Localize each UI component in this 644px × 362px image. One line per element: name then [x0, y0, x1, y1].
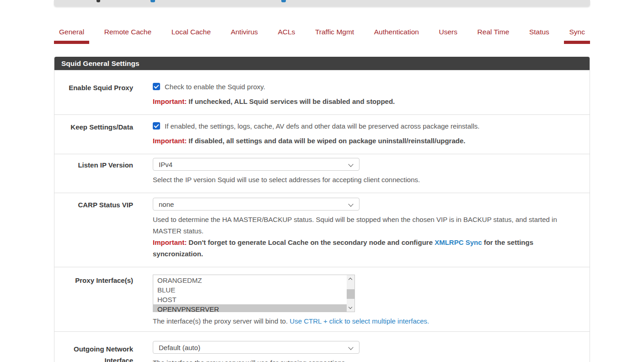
field-help: The interface(s) the proxy server will b…	[153, 315, 583, 327]
scroll-up-button[interactable]	[347, 275, 354, 283]
listbox-option-openvpnserver[interactable]: OPENVPNSERVER	[153, 304, 347, 312]
important-note: Important: If disabled, all settings and…	[153, 136, 583, 146]
form-row-proxy-interfaces: Proxy Interface(s) ORANGEDMZ BLUE HOST O…	[54, 267, 590, 331]
field-label: Proxy Interface(s)	[61, 275, 133, 327]
chevron-down-icon	[349, 305, 352, 309]
field-help: Select the IP version Squid will use to …	[153, 174, 583, 185]
tab-sync[interactable]: Sync	[564, 28, 590, 44]
field-label: Outgoing Network Interface	[61, 341, 133, 362]
tab-antivirus[interactable]: Antivirus	[225, 28, 263, 44]
field-label: Keep Settings/Data	[61, 121, 133, 146]
chevron-down-icon	[348, 345, 353, 350]
field-label: Listen IP Version	[61, 158, 133, 185]
listbox-option-orangedmz[interactable]: ORANGEDMZ	[153, 276, 347, 285]
form-row-carp-status-vip: CARP Status VIP none Used to determine t…	[54, 193, 590, 267]
listbox-option-host[interactable]: HOST	[153, 295, 347, 304]
tab-acls[interactable]: ACLs	[273, 28, 300, 44]
form-row-outgoing-network-interface: Outgoing Network Interface Default (auto…	[54, 331, 590, 362]
squid-general-settings-panel: Squid General Settings Enable Squid Prox…	[54, 57, 590, 362]
tab-status[interactable]: Status	[524, 28, 554, 44]
panel-title: Squid General Settings	[54, 57, 590, 70]
tab-bar: General Remote Cache Local Cache Antivir…	[54, 6, 590, 44]
keep-settings-data-checkbox[interactable]	[153, 122, 160, 130]
scroll-down-button[interactable]	[347, 304, 354, 312]
chevron-down-icon	[348, 162, 353, 167]
proxy-interfaces-listbox[interactable]: ORANGEDMZ BLUE HOST OPENVPNSERVER	[153, 275, 355, 312]
checkbox-description: Check to enable the Squid proxy.	[165, 82, 265, 92]
important-note: Important: Don't forget to generate Loca…	[153, 237, 583, 259]
field-label: Enable Squid Proxy	[61, 82, 133, 106]
outgoing-network-interface-select[interactable]: Default (auto)	[153, 341, 360, 354]
important-note: Important: If unchecked, ALL Squid servi…	[153, 97, 583, 106]
tab-local-cache[interactable]: Local Cache	[166, 28, 216, 44]
form-row-enable-squid-proxy: Enable Squid Proxy Check to enable the S…	[54, 70, 590, 114]
form-row-listen-ip-version: Listen IP Version IPv4 Select the IP ver…	[54, 154, 590, 193]
tab-real-time[interactable]: Real Time	[472, 28, 515, 44]
tab-traffic-mgmt[interactable]: Traffic Mgmt	[310, 28, 359, 44]
carp-status-vip-select[interactable]: none	[153, 198, 360, 211]
tab-users[interactable]: Users	[434, 28, 462, 44]
field-label: CARP Status VIP	[61, 198, 133, 259]
chevron-down-icon	[348, 201, 353, 206]
field-help: Used to determine the HA MASTER/BACKUP s…	[153, 214, 583, 237]
action-icon[interactable]	[150, 0, 155, 2]
listbox-scrollbar[interactable]	[347, 275, 354, 312]
checkbox-description: If enabled, the settings, logs, cache, A…	[165, 121, 479, 131]
status-icon	[97, 0, 100, 2]
listen-ip-version-select[interactable]: IPv4	[153, 158, 360, 171]
breadcrumb-actions-bar	[54, 0, 590, 6]
xmlrpc-sync-link[interactable]: XMLRPC Sync	[435, 238, 482, 246]
tab-remote-cache[interactable]: Remote Cache	[99, 28, 156, 44]
field-help: The interface the proxy server will use …	[153, 357, 583, 362]
tab-general[interactable]: General	[54, 28, 89, 44]
scrollbar-thumb[interactable]	[347, 289, 354, 299]
ctrl-click-hint-link[interactable]: Use CTRL + click to select multiple inte…	[290, 317, 429, 325]
chevron-up-icon	[349, 278, 352, 281]
enable-squid-proxy-checkbox[interactable]	[153, 83, 160, 90]
form-row-keep-settings-data: Keep Settings/Data If enabled, the setti…	[54, 114, 590, 154]
listbox-option-blue[interactable]: BLUE	[153, 285, 347, 295]
tab-authentication[interactable]: Authentication	[369, 28, 424, 44]
action-icon[interactable]	[281, 0, 286, 2]
